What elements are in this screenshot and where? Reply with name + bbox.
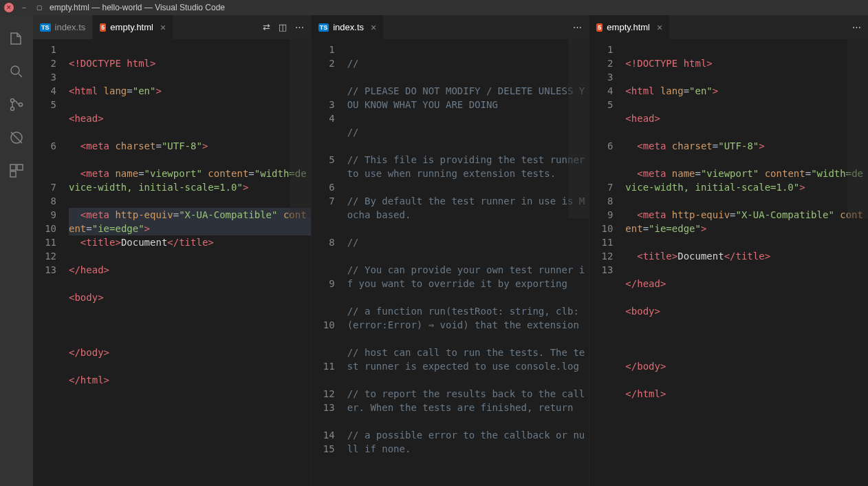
line-gutter: 12345678910111213 (33, 39, 65, 486)
editor-pane[interactable]: 12345678910111213 <!DOCTYPE html> <html … (589, 39, 868, 486)
tab-empty-html[interactable]: 5 empty.html × (93, 15, 173, 39)
typescript-file-icon: TS (318, 23, 329, 32)
tab-bar: TS index.ts × ⋯ (312, 15, 589, 39)
source-control-icon[interactable] (0, 88, 33, 121)
compare-icon[interactable]: ⇄ (263, 22, 270, 32)
editor-pane[interactable]: 12345678910111213 <!DOCTYPE html> <html … (33, 39, 311, 486)
code-content[interactable]: <!DOCTYPE html> <html lang="en"> <head> … (621, 39, 868, 486)
window-maximize-icon[interactable]: ▢ (34, 3, 44, 12)
tab-bar: TS index.ts 5 empty.html × ⇄ ◫ ⋯ (33, 15, 311, 39)
extensions-icon[interactable] (0, 154, 33, 187)
files-icon[interactable] (0, 22, 33, 55)
line-gutter: 12345678910111213 (589, 39, 621, 486)
more-icon[interactable]: ⋯ (295, 22, 304, 32)
close-icon[interactable]: × (160, 22, 166, 33)
split-icon[interactable]: ◫ (279, 22, 287, 32)
line-gutter: 123456789101112131415 (312, 39, 343, 486)
more-icon[interactable]: ⋯ (573, 22, 582, 32)
close-icon[interactable]: × (657, 22, 662, 33)
svg-point-2 (11, 107, 14, 111)
editor-group-1: TS index.ts 5 empty.html × ⇄ ◫ ⋯ 1234567… (33, 15, 312, 486)
tab-label: empty.html (607, 22, 650, 32)
editor-group-3: 5 empty.html × ⋯ 12345678910111213 <!DOC… (589, 15, 868, 486)
html-file-icon: 5 (100, 23, 106, 32)
svg-point-1 (11, 99, 14, 103)
svg-rect-7 (10, 171, 16, 177)
tab-label: index.ts (333, 22, 364, 32)
svg-rect-6 (17, 165, 23, 170)
close-icon[interactable]: × (371, 22, 376, 33)
code-content[interactable]: <!DOCTYPE html> <html lang="en"> <head> … (65, 39, 311, 486)
titlebar: ✕ – ▢ empty.html — hello-world — Visual … (0, 0, 868, 15)
activity-bar (0, 15, 33, 486)
code-content[interactable]: // // PLEASE DO NOT MODIFY / DELETE UNLE… (343, 39, 589, 486)
tab-label: empty.html (110, 22, 153, 32)
svg-point-3 (19, 103, 23, 107)
editor-group-2: TS index.ts × ⋯ 123456789101112131415 //… (312, 15, 590, 486)
search-icon[interactable] (0, 55, 33, 88)
tab-index-ts[interactable]: TS index.ts (33, 15, 93, 39)
tab-bar: 5 empty.html × ⋯ (589, 15, 868, 39)
svg-rect-5 (10, 165, 16, 170)
window-close-icon[interactable]: ✕ (4, 3, 14, 12)
html-file-icon: 5 (596, 23, 603, 32)
editor-pane[interactable]: 123456789101112131415 // // PLEASE DO NO… (312, 39, 589, 486)
tab-index-ts[interactable]: TS index.ts × (312, 15, 384, 39)
svg-point-0 (11, 66, 19, 74)
editor-area: TS index.ts 5 empty.html × ⇄ ◫ ⋯ 1234567… (33, 15, 868, 486)
window-title: empty.html — hello-world — Visual Studio… (50, 3, 225, 12)
typescript-file-icon: TS (40, 23, 51, 32)
tab-empty-html[interactable]: 5 empty.html × (589, 15, 670, 39)
tab-label: index.ts (55, 22, 86, 32)
more-icon[interactable]: ⋯ (852, 22, 861, 32)
window-minimize-icon[interactable]: – (19, 3, 29, 12)
debug-icon[interactable] (0, 121, 33, 154)
